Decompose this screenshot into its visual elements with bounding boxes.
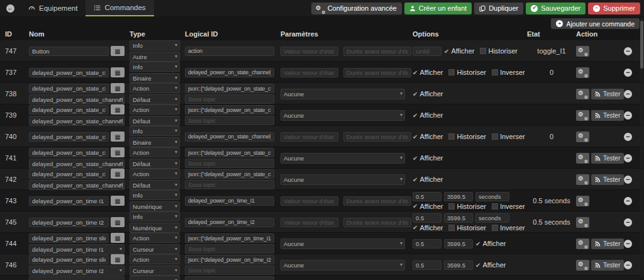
command-type-select[interactable]: Action▾ — [130, 254, 180, 264]
inverser-checkbox[interactable]: Inverser — [492, 203, 525, 210]
configure-command-button[interactable]: ⚙⚙ — [576, 67, 589, 78]
supprimer-button[interactable]: −Supprimer — [588, 3, 640, 14]
option-field-1[interactable] — [444, 213, 473, 223]
remove-command-button[interactable]: − — [624, 154, 632, 162]
valeur-retour-input[interactable] — [280, 132, 338, 142]
option-field-0[interactable] — [413, 192, 441, 201]
afficher-checkbox[interactable]: ✔Afficher — [413, 90, 443, 98]
sous-topic-input[interactable] — [185, 116, 274, 125]
logical-id-input[interactable] — [185, 105, 274, 115]
logical-id-input[interactable] — [185, 47, 274, 56]
command-subtype-select[interactable]: Curseur▾ — [130, 244, 180, 254]
display-settings-button[interactable]: ▦ — [111, 147, 125, 157]
valeur-retour-input[interactable] — [280, 218, 338, 227]
configure-command-button[interactable]: ⚙⚙ — [576, 110, 589, 121]
remove-command-button[interactable]: − — [624, 176, 632, 184]
command-type-select[interactable]: Info▾ — [130, 190, 180, 200]
logical-id-input[interactable] — [185, 218, 274, 227]
afficher-checkbox[interactable]: ✔Afficher — [475, 240, 506, 247]
sous-topic-input[interactable] — [185, 159, 274, 168]
command-type-select[interactable]: Info▾ — [130, 62, 180, 72]
command-name-input[interactable] — [29, 47, 109, 56]
configuration-avanc-e-button[interactable]: ⚙⚙Configuration avancée — [311, 3, 402, 14]
linked-command-select[interactable]: delayed_power_on_state_channel_1 I1▾ — [29, 94, 125, 104]
display-settings-button[interactable]: ▦ — [111, 132, 125, 142]
command-type-select[interactable]: Action▾ — [130, 147, 180, 157]
linked-command-select[interactable]: delayed_power_on_state_channel_1 I1▾ — [29, 116, 125, 126]
display-settings-button[interactable]: ▦ — [111, 169, 125, 179]
tester-button[interactable]: Tester — [591, 153, 624, 164]
configure-command-button[interactable]: ⚙⚙ — [576, 238, 589, 249]
historiser-checkbox[interactable]: Historiser — [480, 47, 517, 55]
sous-topic-input[interactable] — [185, 266, 274, 275]
param-select[interactable]: Aucune▾ — [280, 153, 405, 164]
configure-command-button[interactable]: ⚙⚙ — [576, 260, 589, 271]
command-name-input[interactable] — [29, 148, 109, 157]
logical-id-input[interactable] — [185, 169, 274, 179]
duree-retour-input[interactable] — [343, 47, 411, 56]
command-name-input[interactable] — [29, 132, 109, 142]
logical-id-input[interactable] — [185, 276, 274, 280]
param-select[interactable]: Aucune▾ — [280, 89, 405, 99]
command-subtype-select[interactable]: Défaut▾ — [130, 159, 180, 169]
command-type-select[interactable]: Action▾ — [130, 233, 180, 243]
command-name-input[interactable] — [29, 218, 109, 227]
option-field-0[interactable] — [413, 213, 441, 223]
afficher-checkbox[interactable]: ✔Afficher — [413, 203, 443, 210]
remove-command-button[interactable]: − — [624, 261, 632, 269]
param-select[interactable]: Aucune▾ — [280, 174, 405, 185]
command-type-select[interactable]: Action▾ — [130, 104, 180, 115]
logical-id-input[interactable] — [185, 132, 274, 142]
afficher-checkbox[interactable]: ✔Afficher — [413, 69, 443, 76]
historiser-checkbox[interactable]: Historiser — [448, 224, 486, 232]
command-subtype-select[interactable]: Binaire▾ — [130, 137, 180, 147]
tester-button[interactable]: Tester — [591, 174, 624, 185]
command-subtype-select[interactable]: Binaire▾ — [130, 73, 180, 83]
tester-button[interactable]: Tester — [591, 110, 624, 121]
logical-id-input[interactable] — [185, 233, 274, 243]
display-settings-button[interactable]: ▦ — [111, 46, 125, 56]
command-subtype-select[interactable]: Numérique▾ — [130, 201, 180, 211]
command-type-select[interactable]: Info▾ — [130, 211, 180, 221]
option-field-2[interactable] — [475, 192, 509, 201]
param-select[interactable]: Aucune▾ — [280, 110, 405, 121]
command-subtype-select[interactable]: Numérique▾ — [130, 223, 180, 233]
afficher-checkbox[interactable]: ✔Afficher — [413, 154, 443, 162]
command-type-select[interactable]: ▾ — [130, 276, 180, 280]
sous-topic-input[interactable] — [185, 180, 274, 189]
cr-er-un-enfant-button[interactable]: Créer un enfant — [404, 3, 472, 14]
command-name-input[interactable] — [29, 233, 109, 243]
display-settings-button[interactable]: ▦ — [111, 104, 125, 115]
duree-retour-input[interactable] — [343, 218, 411, 227]
tab-commandes[interactable]: Commandes — [86, 0, 153, 16]
scrollbar-thumb[interactable] — [640, 21, 643, 69]
command-name-input[interactable] — [29, 196, 109, 206]
afficher-checkbox[interactable]: ✔Afficher — [413, 111, 443, 119]
command-subtype-select[interactable]: Défaut▾ — [130, 180, 180, 190]
inverser-checkbox[interactable]: Inverser — [492, 133, 525, 140]
logical-id-input[interactable] — [185, 68, 274, 77]
historiser-checkbox[interactable]: Historiser — [448, 69, 486, 76]
display-settings-button[interactable]: ▦ — [111, 67, 125, 77]
configure-command-button[interactable]: ⚙⚙ — [576, 132, 589, 142]
linked-command-select[interactable]: delayed_power_on_state_channel_2 I2▾ — [29, 159, 125, 169]
inverser-checkbox[interactable]: Inverser — [492, 224, 525, 232]
command-subtype-select[interactable]: Défaut▾ — [130, 116, 180, 126]
display-settings-button[interactable]: ▦ — [111, 83, 125, 93]
tab-equipement[interactable]: Equipement — [20, 0, 86, 16]
afficher-checkbox[interactable]: ✔Afficher — [444, 47, 474, 55]
command-name-input[interactable] — [29, 68, 109, 77]
remove-command-button[interactable]: − — [624, 111, 632, 120]
valeur-retour-input[interactable] — [280, 68, 338, 77]
command-type-select[interactable]: Action▾ — [130, 83, 180, 93]
command-name-input[interactable] — [29, 105, 109, 115]
linked-command-select[interactable]: delayed_power_on_time I1▾ — [29, 244, 125, 254]
dupliquer-button[interactable]: Dupliquer — [474, 3, 523, 14]
tester-button[interactable]: Tester — [591, 260, 624, 271]
remove-command-button[interactable]: − — [624, 69, 632, 77]
configure-command-button[interactable]: ⚙⚙ — [576, 46, 589, 57]
afficher-checkbox[interactable]: ✔Afficher — [413, 176, 443, 183]
display-settings-button[interactable]: ▦ — [111, 254, 125, 264]
afficher-checkbox[interactable]: ✔Afficher — [413, 224, 443, 232]
inverser-checkbox[interactable]: Inverser — [492, 69, 525, 76]
